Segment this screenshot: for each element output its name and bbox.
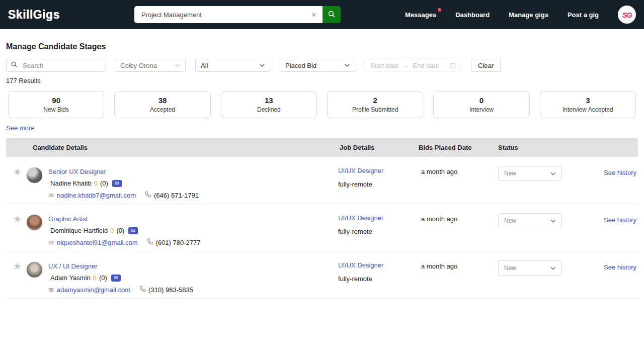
stat-card-new-bids[interactable]: 90 New Bids	[8, 91, 104, 118]
category-value: All	[201, 62, 208, 69]
date-range-picker[interactable]: Start date → End date	[365, 59, 461, 72]
phone-icon	[139, 286, 146, 294]
message-count: (0)	[99, 274, 107, 282]
start-date-placeholder: Start date	[370, 62, 398, 69]
status-select[interactable]: New	[498, 166, 562, 181]
stat-label: Interview Accepted	[562, 106, 613, 113]
see-history-link[interactable]: See history	[604, 263, 636, 271]
candidate-search	[6, 59, 105, 72]
stat-label: New Bids	[43, 106, 69, 113]
candidate-title-link[interactable]: Senior UX Designer	[48, 168, 106, 175]
search-button[interactable]	[323, 6, 341, 23]
notification-dot-icon	[438, 8, 441, 12]
chevron-down-icon	[175, 64, 180, 67]
candidate-phone: (601) 780-2777	[156, 239, 201, 246]
category-select[interactable]: All	[195, 59, 270, 72]
nav-links: Messages Dashboard Manage gigs Post a gi…	[405, 6, 636, 24]
job-type: fully-remote	[338, 180, 419, 188]
table-row: ★ Senior UX Designer Nadine Khatib 0 (0)…	[6, 157, 638, 204]
job-role-link[interactable]: UI/UX Designer	[338, 167, 383, 174]
candidate-phone: (310) 963-5835	[148, 286, 193, 294]
nav-item-post-a-gig[interactable]: Post a gig	[568, 11, 599, 19]
candidate-email-link[interactable]: nadine.khatib7@gmail.com	[57, 192, 136, 199]
send-message-icon[interactable]: ✉	[128, 227, 138, 234]
recruiter-select[interactable]: Colby Orona	[115, 59, 186, 72]
envelope-glyph: ✉	[114, 276, 118, 281]
bid-date: a month ago	[419, 157, 498, 204]
global-search: ✕	[134, 6, 341, 23]
candidates-table: Candidate Details Job Details Bids Place…	[6, 138, 638, 299]
job-role-link[interactable]: UI/UX Designer	[338, 261, 383, 269]
see-more-link[interactable]: See more	[6, 124, 34, 132]
send-message-icon[interactable]: ✉	[112, 180, 122, 187]
candidate-email-link[interactable]: niqueshantel91@gmail.com	[57, 239, 138, 246]
message-count: (0)	[100, 179, 108, 187]
candidate-title-link[interactable]: UX / UI Designer	[48, 262, 98, 270]
job-role-link[interactable]: UI/UX Designer	[338, 214, 383, 222]
stat-value: 2	[373, 96, 377, 105]
stage-select[interactable]: Placed Bid	[280, 59, 355, 72]
candidate-avatar	[26, 261, 43, 278]
stage-summary-cards: 90 New Bids 38 Accepted 13 Declined 2 Pr…	[6, 91, 638, 118]
page-title: Manage Candidate Stages	[6, 42, 638, 51]
stat-value: 90	[52, 96, 60, 105]
envelope-glyph: ✉	[115, 181, 119, 186]
clear-filters-button[interactable]: Clear	[471, 59, 501, 72]
calendar-icon	[449, 62, 456, 69]
bid-count: 0	[94, 179, 98, 187]
job-type: fully-remote	[338, 275, 419, 283]
stat-label: Profile Submitted	[352, 106, 398, 113]
bid-count: 0	[93, 274, 97, 282]
nav-item-manage-gigs[interactable]: Manage gigs	[509, 11, 548, 19]
candidate-phone: (646) 671-1791	[154, 192, 199, 199]
job-type: fully-remote	[338, 228, 419, 235]
message-count: (0)	[116, 227, 124, 234]
stat-value: 0	[479, 96, 484, 105]
stat-card-interview-accepted[interactable]: 3 Interview Accepted	[540, 91, 636, 118]
search-icon	[11, 61, 18, 70]
favorite-star-icon[interactable]: ★	[13, 167, 22, 204]
stat-card-profile-submitted[interactable]: 2 Profile Submitted	[327, 91, 423, 118]
skillgigs-logo[interactable]: SkillGigs	[8, 8, 60, 22]
see-history-link[interactable]: See history	[604, 216, 636, 224]
chevron-down-icon	[550, 266, 556, 270]
favorite-star-icon[interactable]: ★	[13, 261, 22, 298]
status-value: New	[504, 170, 516, 177]
phone-icon	[145, 191, 151, 199]
nav-item-dashboard[interactable]: Dashboard	[455, 11, 490, 19]
status-select[interactable]: New	[498, 260, 562, 276]
status-select[interactable]: New	[498, 213, 562, 228]
chevron-down-icon	[550, 172, 556, 175]
recruiter-value: Colby Orona	[120, 62, 157, 69]
stat-value: 38	[158, 96, 167, 105]
stat-card-declined[interactable]: 13 Declined	[221, 91, 317, 118]
stat-label: Declined	[257, 106, 281, 113]
candidate-avatar	[26, 214, 43, 231]
stat-label: Interview	[469, 106, 494, 113]
candidate-title-link[interactable]: Graphic Artist	[48, 215, 88, 223]
bid-count: 0	[110, 227, 114, 234]
global-search-input[interactable]	[134, 6, 305, 23]
see-history-link[interactable]: See history	[604, 169, 636, 176]
stat-card-interview[interactable]: 0 Interview	[433, 91, 529, 118]
email-icon: ✉	[48, 192, 54, 199]
nav-item-messages[interactable]: Messages	[405, 11, 436, 19]
filters-bar: Colby Orona All Placed Bid Start date → …	[6, 59, 638, 72]
favorite-star-icon[interactable]: ★	[13, 214, 22, 251]
search-icon	[328, 10, 336, 20]
user-avatar[interactable]: SG	[618, 6, 636, 24]
header-job-details: Job Details	[338, 144, 419, 151]
candidate-avatar	[26, 167, 43, 184]
stat-card-accepted[interactable]: 38 Accepted	[114, 91, 210, 118]
send-message-icon[interactable]: ✉	[111, 275, 121, 282]
candidate-search-input[interactable]	[23, 62, 101, 69]
clear-search-icon[interactable]: ✕	[305, 6, 323, 23]
bid-date: a month ago	[419, 204, 498, 251]
email-icon: ✉	[48, 287, 54, 293]
table-header: Candidate Details Job Details Bids Place…	[6, 138, 638, 157]
header-bids-placed-date: Bids Placed Date	[419, 144, 498, 151]
envelope-glyph: ✉	[131, 228, 135, 233]
candidate-email-link[interactable]: adamyasmin@gmail.com	[57, 286, 130, 294]
chevron-down-icon	[260, 64, 265, 67]
table-row: ★ Graphic Artist Dominique Hartfield 0 (…	[6, 204, 638, 251]
